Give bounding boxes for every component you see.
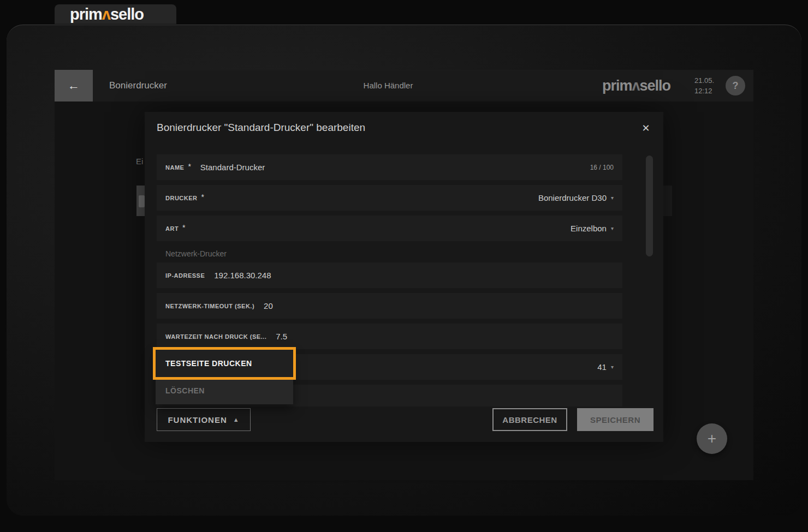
background-list-item-partial [136, 186, 145, 216]
background-row-partial [663, 186, 672, 216]
timeout-label: NETZWERK-TIMEOUT (SEK.) [165, 303, 254, 309]
plus-icon: + [708, 430, 716, 447]
printer-icon [139, 195, 145, 207]
name-field[interactable]: NAME * Standard-Drucker 16 / 100 [157, 154, 622, 180]
brand-tab: primʌsello [55, 4, 176, 24]
save-button[interactable]: SPEICHERN [577, 408, 653, 431]
edit-printer-modal: Bonierdrucker "Standard-Drucker" bearbei… [145, 112, 663, 442]
name-value[interactable]: Standard-Drucker [200, 163, 265, 172]
brand-mark-icon: ʌ [632, 77, 640, 94]
required-asterisk: * [188, 162, 191, 171]
brand-suffix: sello [640, 77, 671, 94]
header-brand-logo: primʌsello [602, 70, 670, 101]
required-asterisk: * [182, 223, 185, 232]
drucker-field[interactable]: DRUCKER * Bonierdrucker D30 ▾ [157, 185, 622, 211]
wait-value[interactable]: 7.5 [276, 332, 287, 341]
modal-title: Bonierdrucker "Standard-Drucker" bearbei… [157, 122, 365, 134]
background-section-label-partial: Ei [136, 157, 143, 166]
greeting-text: Hallo Händler [306, 70, 470, 101]
chevron-up-icon: ▲ [233, 416, 240, 423]
brand-prefix: prim [602, 77, 632, 94]
datetime-display: 21.05. 12:12 [694, 75, 714, 96]
wait-field[interactable]: WARTEZEIT NACH DRUCK (SE... 7.5 [157, 324, 622, 349]
back-button[interactable]: ← [55, 70, 93, 101]
name-label: NAME [165, 164, 184, 171]
brand-logo: primʌsello [70, 7, 144, 22]
cancel-button[interactable]: ABBRECHEN [492, 408, 567, 431]
close-icon: ✕ [641, 122, 650, 134]
help-button[interactable]: ? [726, 76, 745, 95]
drucker-label: DRUCKER [165, 195, 198, 201]
ip-field[interactable]: IP-ADRESSE 192.168.30.248 [157, 262, 622, 288]
functions-button-label: FUNKTIONEN [168, 415, 227, 425]
menu-item-testseite-drucken[interactable]: TESTSEITE DRUCKEN [156, 350, 293, 377]
brand-suffix: sello [110, 5, 144, 23]
chevron-down-icon: ▾ [611, 195, 614, 201]
network-printer-section-label: Netzwerk-Drucker [165, 249, 227, 258]
question-mark-icon: ? [733, 80, 739, 92]
chevron-down-icon: ▾ [611, 364, 614, 370]
menu-item-loeschen[interactable]: LÖSCHEN [156, 377, 293, 404]
art-field[interactable]: ART * Einzelbon ▾ [157, 216, 622, 241]
char-counter: 16 / 100 [590, 164, 614, 171]
wait-label: WARTEZEIT NACH DRUCK (SE... [165, 333, 266, 340]
covered-select-value[interactable]: 41 [597, 362, 607, 372]
time-text: 12:12 [694, 86, 714, 96]
chevron-down-icon: ▾ [611, 225, 614, 231]
page-title: Bonierdrucker [109, 70, 167, 101]
date-text: 21.05. [694, 75, 714, 86]
art-select-value[interactable]: Einzelbon [571, 224, 607, 233]
drucker-select-value[interactable]: Bonierdrucker D30 [538, 193, 607, 202]
ip-label: IP-ADRESSE [165, 272, 205, 279]
timeout-field[interactable]: NETZWERK-TIMEOUT (SEK.) 20 [157, 293, 622, 319]
brand-prefix: prim [70, 5, 102, 23]
modal-scrollbar[interactable] [646, 156, 653, 256]
art-label: ART [165, 225, 179, 232]
back-arrow-icon: ← [68, 79, 80, 93]
ip-value[interactable]: 192.168.30.248 [214, 271, 271, 280]
functions-menu: TESTSEITE DRUCKEN LÖSCHEN [156, 350, 293, 404]
brand-mark-icon: ʌ [102, 5, 110, 23]
functions-button[interactable]: FUNKTIONEN ▲ [157, 408, 251, 431]
timeout-value[interactable]: 20 [264, 301, 273, 310]
required-asterisk: * [201, 193, 204, 201]
close-button[interactable]: ✕ [638, 121, 653, 136]
add-button[interactable]: + [697, 423, 727, 454]
